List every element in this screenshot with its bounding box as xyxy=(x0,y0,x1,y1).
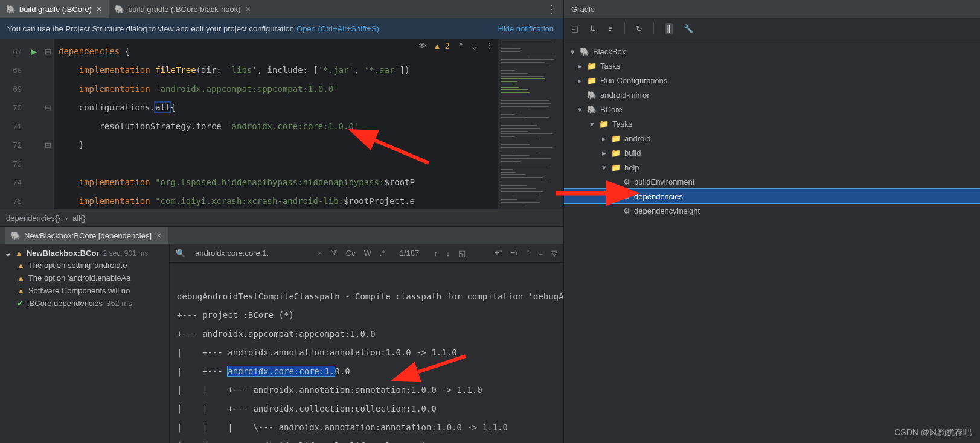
editor-tab[interactable]: 🐘build.gradle (:BCore:black-hook)× xyxy=(109,0,258,18)
filter-results-icon[interactable]: ▽ xyxy=(551,249,557,258)
gradle-node[interactable]: ⚙dependencies xyxy=(564,189,980,203)
console-line[interactable]: debugAndroidTestCompileClasspath - Compi… xyxy=(177,287,556,306)
gradle-node[interactable]: ▾📁help xyxy=(564,160,980,174)
warning-text[interactable]: The option setting 'android.e xyxy=(28,261,127,270)
next-match-icon[interactable]: ↓ xyxy=(446,249,450,258)
gradle-node-label: android-mirror xyxy=(600,91,650,100)
fold-gutter: ⊟⊟⊟ xyxy=(42,39,54,209)
warning-icon: ▲ xyxy=(17,273,25,282)
task-root-label: NewBlackbox:BCor xyxy=(27,249,100,258)
gradle-download-icon[interactable]: ⇟ xyxy=(607,24,613,33)
gradle-node[interactable]: ▾📁Tasks xyxy=(564,116,980,131)
chevron-icon[interactable]: ▾ xyxy=(588,120,595,129)
warning-text[interactable]: Software Components will no xyxy=(28,286,130,295)
gradle-attach-icon[interactable]: ⇊ xyxy=(589,24,596,33)
gradle-tree[interactable]: ▾🐘BlackBox▸📁Tasks▸📁Run Configurations🐘an… xyxy=(564,39,980,443)
tabs-overflow-icon[interactable]: ⋮ xyxy=(540,2,563,16)
code-line[interactable]: implementation "com.iqiyi.xcrash:xcrash-… xyxy=(54,192,498,209)
next-highlight-icon[interactable]: ⌄ xyxy=(472,41,477,51)
console-line[interactable]: | | +--- androidx.lifecycle:lifecycle-ru… xyxy=(177,437,556,443)
code-area[interactable]: 👁 ▲ 2 ⌃ ⌄ ⋮ dependencies { implementatio… xyxy=(54,39,498,209)
gradle-node-label: BlackBox xyxy=(593,47,626,56)
gradle-refresh-icon[interactable]: ◱ xyxy=(571,24,578,33)
code-line[interactable]: configurations.all{ xyxy=(54,98,498,117)
editor-minimap[interactable] xyxy=(498,39,563,209)
whole-word-icon[interactable]: W xyxy=(364,249,371,258)
gradle-node[interactable]: 🐘android-mirror xyxy=(564,88,980,102)
gradle-node-label: Tasks xyxy=(612,120,632,129)
console-line[interactable]: +--- project :BCore (*) xyxy=(177,306,556,325)
close-icon[interactable]: × xyxy=(95,5,103,13)
clear-search-icon[interactable]: × xyxy=(318,249,322,258)
console-line[interactable] xyxy=(177,269,556,287)
code-line[interactable]: resolutionStrategy.force 'androidx.core:… xyxy=(54,117,498,136)
select-all-icon[interactable]: ◱ xyxy=(458,249,466,258)
editor-tabs: 🐘build.gradle (:BCore)×🐘build.gradle (:B… xyxy=(0,0,563,18)
console-line[interactable]: | | | \--- androidx.annotation:annotatio… xyxy=(177,418,556,437)
add-selection-icon[interactable]: +⟟ xyxy=(495,248,502,258)
prev-highlight-icon[interactable]: ⌃ xyxy=(458,41,463,51)
console-line[interactable]: | +--- androidx.annotation:annotation:1.… xyxy=(177,343,556,362)
banner-open-link[interactable]: Open (Ctrl+Alt+Shift+S) xyxy=(296,24,379,33)
select-occurrences-icon[interactable]: ⟟ xyxy=(527,248,530,258)
gradle-node[interactable]: ▸📁Run Configurations xyxy=(564,73,980,88)
chevron-icon[interactable]: ▾ xyxy=(600,163,607,172)
editor-tab[interactable]: 🐘build.gradle (:BCore)× xyxy=(0,0,109,18)
chevron-icon[interactable]: ▸ xyxy=(600,148,607,158)
gradle-toolbar: ◱ ⇊ ⇟ ↻ ∥ 🔧 xyxy=(564,18,980,39)
gradle-node[interactable]: ▾🐘BlackBox xyxy=(564,44,980,59)
console-line[interactable]: | | +--- androidx.collection:collection:… xyxy=(177,400,556,418)
filter-icon[interactable]: ⧩ xyxy=(331,248,338,258)
editor-inspection-widgets: 👁 ▲ 2 ⌃ ⌄ ⋮ xyxy=(418,41,494,51)
gradle-node[interactable]: ⚙buildEnvironment xyxy=(564,174,980,189)
run-tab[interactable]: 🐘 NewBlackbox:BCore [dependencies] × xyxy=(5,227,168,244)
code-line[interactable]: implementation fileTree(dir: 'libs', inc… xyxy=(54,61,498,80)
chevron-down-icon[interactable]: ⌄ xyxy=(5,249,11,258)
close-icon[interactable]: × xyxy=(155,231,162,240)
gradle-execute-icon[interactable]: ↻ xyxy=(636,24,642,33)
inspection-menu-icon[interactable]: ⋮ xyxy=(485,41,494,51)
code-line[interactable] xyxy=(54,155,498,173)
crumb[interactable]: all{} xyxy=(72,214,86,223)
console-output[interactable]: debugAndroidTestCompileClasspath - Compi… xyxy=(170,263,563,443)
chevron-icon[interactable]: ▸ xyxy=(576,62,583,71)
chevron-icon[interactable]: ▾ xyxy=(576,105,583,114)
tab-label: build.gradle (:BCore:black-hook) xyxy=(128,5,240,14)
banner-hide-link[interactable]: Hide notification xyxy=(498,24,554,33)
gradle-offline-icon[interactable]: ∥ xyxy=(665,23,673,34)
code-line[interactable]: implementation 'androidx.appcompat:appco… xyxy=(54,80,498,98)
chevron-icon[interactable]: ▸ xyxy=(576,76,583,85)
console-line[interactable]: | +--- androidx.core:core:1.0.0 xyxy=(177,362,556,381)
gradle-node[interactable]: ▸📁build xyxy=(564,145,980,160)
editor-breadcrumbs[interactable]: dependencies{} › all{} xyxy=(0,209,563,226)
gradle-node[interactable]: ▾🐘BCore xyxy=(564,102,980,116)
gradle-node[interactable]: ⚙dependencyInsight xyxy=(564,203,980,218)
settings-icon[interactable]: ≡ xyxy=(538,249,543,258)
folder-icon: 📁 xyxy=(599,120,609,129)
regex-icon[interactable]: .* xyxy=(380,249,385,258)
run-gutter: ▶ xyxy=(25,39,42,209)
chevron-icon[interactable]: ▸ xyxy=(600,134,607,143)
run-task-tree[interactable]: ⌄ ▲ NewBlackbox:BCor 2 sec, 901 ms ▲The … xyxy=(0,244,170,443)
close-icon[interactable]: × xyxy=(245,5,252,13)
code-line[interactable]: implementation "org.lsposed.hiddenapibyp… xyxy=(54,173,498,192)
code-line[interactable]: } xyxy=(54,136,498,155)
chevron-icon[interactable]: ▾ xyxy=(569,47,576,56)
reader-mode-icon[interactable]: 👁 xyxy=(418,41,426,51)
remove-selection-icon[interactable]: −⟟ xyxy=(511,248,519,258)
crumb[interactable]: dependencies{} xyxy=(6,214,60,223)
gradle-node[interactable]: ▸📁android xyxy=(564,131,980,145)
gradle-node[interactable]: ▸📁Tasks xyxy=(564,59,980,73)
warnings-badge[interactable]: ▲ 2 xyxy=(435,41,450,51)
gradle-node-label: android xyxy=(624,134,650,143)
warning-text[interactable]: The option 'android.enableAa xyxy=(28,273,130,282)
console-line[interactable]: | | +--- androidx.annotation:annotation:… xyxy=(177,381,556,400)
console-search-input[interactable] xyxy=(194,248,309,258)
prev-match-icon[interactable]: ↑ xyxy=(434,249,438,258)
match-case-icon[interactable]: Cc xyxy=(346,249,356,258)
run-gutter-icon[interactable]: ▶ xyxy=(31,47,37,56)
console-line[interactable]: +--- androidx.appcompat:appcompat:1.0.0 xyxy=(177,325,556,343)
gradle-settings-icon[interactable]: 🔧 xyxy=(684,24,693,33)
folder-icon: 📁 xyxy=(611,148,621,158)
code-editor[interactable]: 676869707172737475 ▶ ⊟⊟⊟ 👁 ▲ 2 ⌃ ⌄ ⋮ dep… xyxy=(0,39,563,209)
